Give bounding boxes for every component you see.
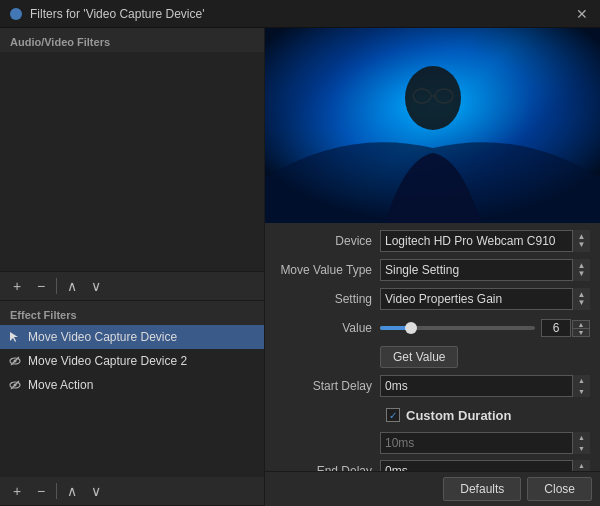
start-delay-input-wrapper: ▲ ▼ (380, 375, 590, 397)
setting-combo-wrapper: Video Properties Gain ▲▼ (380, 288, 590, 310)
value-row: Value 6 ▲ ▼ (275, 316, 590, 340)
end-delay-row: End Delay ▲ ▼ (275, 459, 590, 471)
close-icon[interactable]: ✕ (572, 4, 592, 24)
settings-area: Device Logitech HD Pro Webcam C910 ▲▼ Mo… (265, 223, 600, 471)
effect-filters-section: Effect Filters Move Video Capture Device (0, 301, 264, 506)
remove-audio-filter-button[interactable]: − (30, 275, 52, 297)
preview-image (265, 28, 600, 223)
remove-effect-filter-button[interactable]: − (30, 480, 52, 502)
bottom-toolbar: Defaults Close (265, 471, 600, 506)
end-delay-arrows: ▲ ▼ (572, 460, 590, 471)
get-value-row: Get Value (275, 345, 590, 369)
duration-up-button[interactable]: ▲ (573, 432, 590, 443)
device-combo-wrapper: Logitech HD Pro Webcam C910 ▲▼ (380, 230, 590, 252)
duration-input-row: ▲ ▼ (275, 432, 590, 454)
value-label: Value (275, 321, 380, 335)
device-label: Device (275, 234, 380, 248)
custom-duration-control: Custom Duration (386, 408, 590, 423)
value-number: 6 (541, 319, 571, 337)
end-delay-label: End Delay (275, 464, 380, 471)
filter-label-0: Move Video Capture Device (28, 330, 177, 344)
custom-duration-row: Custom Duration (275, 403, 590, 427)
window-title: Filters for 'Video Capture Device' (30, 7, 572, 21)
start-delay-down-button[interactable]: ▼ (573, 386, 590, 397)
move-value-type-control: Single Setting ▲▼ (380, 259, 590, 281)
device-select[interactable]: Logitech HD Pro Webcam C910 (380, 230, 590, 252)
device-control: Logitech HD Pro Webcam C910 ▲▼ (380, 230, 590, 252)
end-delay-control: ▲ ▼ (380, 460, 590, 471)
start-delay-control: ▲ ▼ (380, 375, 590, 397)
main-content: Audio/Video Filters + − ∧ ∨ Effect Filte… (0, 28, 600, 506)
title-bar: Filters for 'Video Capture Device' ✕ (0, 0, 600, 28)
filter-item-1[interactable]: Move Video Capture Device 2 (0, 349, 264, 373)
app-icon (8, 6, 24, 22)
audio-video-list (0, 52, 264, 272)
add-effect-filter-button[interactable]: + (6, 480, 28, 502)
toolbar-separator (56, 278, 57, 294)
effect-filter-list: Move Video Capture Device Move Video Cap… (0, 325, 264, 477)
custom-duration-label: Custom Duration (406, 408, 511, 423)
move-down-audio-button[interactable]: ∨ (85, 275, 107, 297)
svg-marker-1 (10, 332, 18, 342)
right-panel: Device Logitech HD Pro Webcam C910 ▲▼ Mo… (265, 28, 600, 506)
start-delay-input[interactable] (380, 375, 590, 397)
value-down-button[interactable]: ▼ (572, 329, 590, 337)
value-slider[interactable] (380, 326, 535, 330)
end-delay-up-button[interactable]: ▲ (573, 460, 590, 471)
cursor-icon (8, 330, 22, 344)
eye-off-icon-2 (8, 378, 22, 392)
move-up-audio-button[interactable]: ∧ (61, 275, 83, 297)
add-audio-filter-button[interactable]: + (6, 275, 28, 297)
duration-input-wrapper: ▲ ▼ (380, 432, 590, 454)
start-delay-row: Start Delay ▲ ▼ (275, 374, 590, 398)
duration-arrows: ▲ ▼ (572, 432, 590, 454)
setting-label-text: Setting (275, 292, 380, 306)
duration-input[interactable] (380, 432, 590, 454)
end-delay-input-wrapper: ▲ ▼ (380, 460, 590, 471)
value-arrows: ▲ ▼ (572, 320, 590, 337)
move-value-type-row: Move Value Type Single Setting ▲▼ (275, 258, 590, 282)
get-value-button[interactable]: Get Value (380, 346, 458, 368)
filter-label-2: Move Action (28, 378, 93, 392)
start-delay-up-button[interactable]: ▲ (573, 375, 590, 386)
effect-filters-toolbar: + − ∧ ∨ (0, 477, 264, 506)
svg-point-0 (10, 8, 22, 20)
effect-filters-label: Effect Filters (0, 301, 264, 325)
left-panel: Audio/Video Filters + − ∧ ∨ Effect Filte… (0, 28, 265, 506)
audio-video-toolbar: + − ∧ ∨ (0, 272, 264, 301)
slider-container: 6 (380, 319, 571, 337)
setting-select[interactable]: Video Properties Gain (380, 288, 590, 310)
move-value-type-select[interactable]: Single Setting (380, 259, 590, 281)
preview-area (265, 28, 600, 223)
move-value-type-label: Move Value Type (275, 263, 380, 277)
get-value-control: Get Value (380, 346, 590, 368)
value-up-button[interactable]: ▲ (572, 320, 590, 329)
device-row: Device Logitech HD Pro Webcam C910 ▲▼ (275, 229, 590, 253)
move-down-effect-button[interactable]: ∨ (85, 480, 107, 502)
toolbar-separator-2 (56, 483, 57, 499)
value-control: 6 ▲ ▼ (380, 319, 590, 337)
filter-label-1: Move Video Capture Device 2 (28, 354, 187, 368)
defaults-button[interactable]: Defaults (443, 477, 521, 501)
setting-row: Setting Video Properties Gain ▲▼ (275, 287, 590, 311)
slider-thumb (405, 322, 417, 334)
close-button[interactable]: Close (527, 477, 592, 501)
move-up-effect-button[interactable]: ∧ (61, 480, 83, 502)
end-delay-input[interactable] (380, 460, 590, 471)
setting-control: Video Properties Gain ▲▼ (380, 288, 590, 310)
filter-item-0[interactable]: Move Video Capture Device (0, 325, 264, 349)
move-value-type-wrapper: Single Setting ▲▼ (380, 259, 590, 281)
filter-item-2[interactable]: Move Action (0, 373, 264, 397)
start-delay-label: Start Delay (275, 379, 380, 393)
eye-off-icon-1 (8, 354, 22, 368)
start-delay-arrows: ▲ ▼ (572, 375, 590, 397)
duration-down-button[interactable]: ▼ (573, 443, 590, 454)
audio-video-label: Audio/Video Filters (0, 28, 264, 52)
custom-duration-checkbox[interactable] (386, 408, 400, 422)
